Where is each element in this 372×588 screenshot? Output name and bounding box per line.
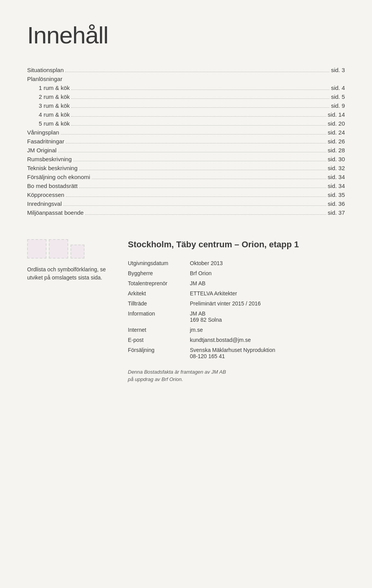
symbol-icon-2 <box>49 239 68 259</box>
info-value: Preliminärt vinter 2015 / 2016 <box>190 298 345 309</box>
project-details-table: UtgivningsdatumOktober 2013ByggherreBrf … <box>128 258 345 361</box>
info-value: jm.se <box>190 325 345 335</box>
toc-dots <box>66 197 326 197</box>
info-value: Brf Orion <box>190 268 345 278</box>
toc-label: 3 rum & kök <box>39 102 70 109</box>
toc-item: JM Originalsid. 28 <box>27 147 345 153</box>
toc-page: sid. 30 <box>328 156 345 162</box>
toc-label: Köpprocessen <box>27 191 64 198</box>
toc-dots <box>61 134 326 134</box>
toc-dots <box>71 90 329 90</box>
toc-item: Teknisk beskrivningsid. 32 <box>27 165 345 171</box>
info-value: Svenska Mäklarhuset Nyproduktion08-120 1… <box>190 345 345 361</box>
info-label: Internet <box>128 325 190 335</box>
info-label: Totalentreprenör <box>128 278 190 288</box>
toc-page: sid. 5 <box>331 93 345 100</box>
info-row: InformationJM AB169 82 Solna <box>128 309 345 325</box>
toc-page: sid. 34 <box>328 174 345 180</box>
toc-page: sid. 3 <box>331 67 345 73</box>
toc-item: Våningsplansid. 24 <box>27 129 345 136</box>
toc-label: Våningsplan <box>27 129 59 136</box>
info-value: JM AB <box>190 278 345 288</box>
toc-item: Fasadritningarsid. 26 <box>27 138 345 145</box>
toc-page: sid. 14 <box>328 111 345 118</box>
info-label: Utgivningsdatum <box>128 258 190 268</box>
toc-page: sid. 28 <box>328 147 345 153</box>
toc-page: sid. 9 <box>331 102 345 109</box>
symbol-icon-3 <box>71 245 84 259</box>
symbol-icon-1 <box>27 239 46 259</box>
toc-label: 4 rum & kök <box>39 111 70 118</box>
toc-dots <box>71 125 326 126</box>
toc-dots <box>71 116 326 117</box>
toc-item: 2 rum & köksid. 5 <box>27 93 345 100</box>
toc-label: Fasadritningar <box>27 138 64 145</box>
toc-label: Rumsbeskrivning <box>27 156 72 162</box>
footnote: Denna Bostadsfakta är framtagen av JM AB… <box>128 368 345 383</box>
toc-dots <box>92 179 326 179</box>
info-label: Information <box>128 309 190 325</box>
info-row: ByggherreBrf Orion <box>128 268 345 278</box>
toc-label: 1 rum & kök <box>39 84 70 91</box>
info-row: ArkitektETTELVA Arkitekter <box>128 288 345 298</box>
info-row: Internetjm.se <box>128 325 345 335</box>
toc-page: sid. 20 <box>328 120 345 127</box>
info-value: kundtjanst.bostad@jm.se <box>190 335 345 345</box>
info-label: Byggherre <box>128 268 190 278</box>
toc-label: 2 rum & kök <box>39 93 70 100</box>
toc-item: 4 rum & köksid. 14 <box>27 111 345 118</box>
toc-page: sid. 37 <box>328 209 345 216</box>
toc-dots <box>85 214 326 215</box>
toc-label: Inredningsval <box>27 200 62 207</box>
info-row: UtgivningsdatumOktober 2013 <box>128 258 345 268</box>
toc-page: sid. 32 <box>328 165 345 171</box>
info-row: TotalentreprenörJM AB <box>128 278 345 288</box>
toc-item: Rumsbeskrivningsid. 30 <box>27 156 345 162</box>
toc-page: sid. 35 <box>328 191 345 198</box>
toc-item: Planlösningar <box>27 76 345 82</box>
project-title: Stockholm, Täby centrum – Orion, etapp 1 <box>128 239 345 250</box>
toc-page: sid. 4 <box>331 84 345 91</box>
toc-dots <box>79 170 326 170</box>
info-row: TillträdePreliminärt vinter 2015 / 2016 <box>128 298 345 309</box>
toc-page: sid. 34 <box>328 183 345 189</box>
toc-item: Inredningsvalsid. 36 <box>27 200 345 207</box>
toc-label: Miljöanpassat boende <box>27 209 84 216</box>
info-value: Oktober 2013 <box>190 258 345 268</box>
toc-label: Bo med bostadsrätt <box>27 183 78 189</box>
toc-dots <box>66 143 326 143</box>
info-label: Försäljning <box>128 345 190 361</box>
info-label: Arkitekt <box>128 288 190 298</box>
symbol-icons <box>27 239 112 259</box>
toc-label: 5 rum & kök <box>39 120 70 127</box>
toc-dots <box>63 205 326 206</box>
toc-dots <box>73 161 326 161</box>
toc-item: Försäljning och ekonomisid. 34 <box>27 174 345 180</box>
ordlista-text: Ordlista och symbolförklaring, se utvike… <box>27 266 112 282</box>
info-row: E-postkundtjanst.bostad@jm.se <box>128 335 345 345</box>
toc-dots <box>71 98 329 99</box>
bottom-section: Ordlista och symbolförklaring, se utvike… <box>27 239 345 383</box>
toc-item: 3 rum & köksid. 9 <box>27 102 345 109</box>
page-title: Innehåll <box>27 23 345 47</box>
table-of-contents: Situationsplansid. 3Planlösningar1 rum &… <box>27 67 345 216</box>
toc-label: JM Original <box>27 147 57 153</box>
toc-label: Teknisk beskrivning <box>27 165 78 171</box>
info-value: JM AB169 82 Solna <box>190 309 345 325</box>
info-row: FörsäljningSvenska Mäklarhuset Nyprodukt… <box>128 345 345 361</box>
toc-item: 1 rum & köksid. 4 <box>27 84 345 91</box>
toc-item: 5 rum & köksid. 20 <box>27 120 345 127</box>
toc-item: Situationsplansid. 3 <box>27 67 345 73</box>
toc-dots <box>79 188 326 188</box>
info-label: E-post <box>128 335 190 345</box>
toc-label: Situationsplan <box>27 67 64 73</box>
toc-page: sid. 24 <box>328 129 345 136</box>
info-value: ETTELVA Arkitekter <box>190 288 345 298</box>
toc-item: Bo med bostadsrättsid. 34 <box>27 183 345 189</box>
toc-label: Försäljning och ekonomi <box>27 174 90 180</box>
toc-dots <box>58 152 326 152</box>
project-info-block: Stockholm, Täby centrum – Orion, etapp 1… <box>128 239 345 383</box>
toc-dots <box>71 107 329 108</box>
toc-item: Köpprocessensid. 35 <box>27 191 345 198</box>
ordlista-block: Ordlista och symbolförklaring, se utvike… <box>27 239 112 282</box>
